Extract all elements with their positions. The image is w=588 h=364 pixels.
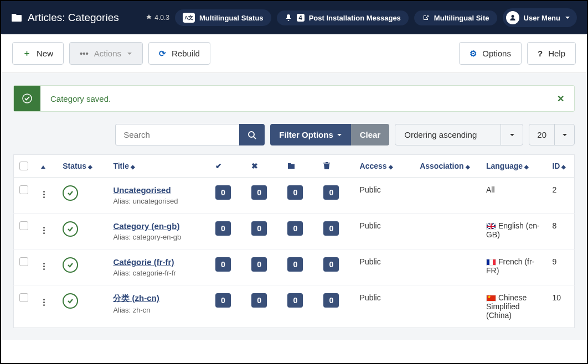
status-published-icon[interactable] bbox=[63, 221, 78, 237]
chevron-down-icon bbox=[554, 124, 574, 145]
check-icon[interactable]: ✔ bbox=[215, 162, 222, 170]
association-value bbox=[414, 285, 481, 328]
user-menu[interactable]: User Menu bbox=[503, 8, 577, 27]
category-title-link[interactable]: Category (en-gb) bbox=[113, 221, 179, 231]
col-access[interactable]: Access◆ bbox=[354, 155, 415, 178]
row-checkbox[interactable] bbox=[19, 257, 28, 266]
trashed-count[interactable]: 0 bbox=[323, 185, 339, 200]
page-title-wrap: Articles: Categories bbox=[11, 12, 146, 24]
notifications-chip[interactable]: 4 Post Installation Messages bbox=[277, 11, 409, 25]
success-alert: Category saved. ✕ bbox=[13, 85, 575, 112]
flag-icon bbox=[486, 295, 496, 301]
options-button[interactable]: ⚙ Options bbox=[459, 42, 522, 65]
drag-handle[interactable] bbox=[41, 297, 47, 308]
unpublished-count[interactable]: 0 bbox=[251, 221, 267, 236]
language-value: Chinese Simplified (China) bbox=[481, 285, 546, 328]
alert-close-button[interactable]: ✕ bbox=[547, 93, 574, 104]
id-value: 9 bbox=[546, 249, 574, 285]
id-value: 2 bbox=[546, 178, 574, 214]
row-checkbox[interactable] bbox=[19, 221, 28, 230]
status-published-icon[interactable] bbox=[63, 257, 78, 273]
archived-count[interactable]: 0 bbox=[287, 185, 303, 200]
unpublished-count[interactable]: 0 bbox=[251, 185, 267, 200]
trash-icon[interactable] bbox=[323, 162, 348, 170]
unpublished-count[interactable]: 0 bbox=[251, 293, 267, 308]
published-count[interactable]: 0 bbox=[215, 257, 231, 272]
plus-icon: ＋ bbox=[23, 48, 31, 59]
col-status[interactable]: Status◆ bbox=[57, 155, 107, 178]
new-button[interactable]: ＋ New bbox=[12, 42, 64, 65]
archived-count[interactable]: 0 bbox=[287, 221, 303, 236]
published-count[interactable]: 0 bbox=[215, 185, 231, 200]
content-area: Category saved. ✕ Filter Options Clear O… bbox=[1, 73, 587, 340]
joomla-icon bbox=[146, 14, 152, 21]
category-title-link[interactable]: Catégorie (fr-fr) bbox=[113, 257, 174, 267]
language-value: English (en-GB) bbox=[481, 214, 546, 249]
table-row: Category (en-gb) Alias: category-en-gb 0… bbox=[14, 214, 575, 249]
avatar-icon bbox=[506, 11, 519, 24]
chevron-down-icon bbox=[501, 124, 523, 145]
multilingual-status-chip[interactable]: A文 Multilingual Status bbox=[175, 9, 271, 26]
refresh-icon: ⟳ bbox=[159, 49, 166, 59]
check-circle-icon bbox=[14, 86, 40, 111]
id-value: 10 bbox=[546, 285, 574, 328]
access-value: Public bbox=[354, 249, 415, 285]
drag-handle[interactable] bbox=[41, 225, 47, 236]
multilingual-site-chip[interactable]: Multilingual Site bbox=[414, 11, 497, 25]
rebuild-button[interactable]: ⟳ Rebuild bbox=[148, 42, 210, 65]
table-row: 分类 (zh-cn) Alias: zh-cn 0 0 0 0 Public C… bbox=[14, 285, 575, 328]
search-input[interactable] bbox=[115, 124, 239, 145]
chevron-down-icon bbox=[337, 132, 342, 138]
published-count[interactable]: 0 bbox=[215, 293, 231, 308]
language-value: All bbox=[481, 178, 546, 214]
filter-bar: Filter Options Clear Ordering ascending … bbox=[13, 124, 575, 145]
category-title-link[interactable]: 分类 (zh-cn) bbox=[113, 293, 159, 303]
unpublished-count[interactable]: 0 bbox=[251, 257, 267, 272]
trashed-count[interactable]: 0 bbox=[323, 293, 339, 308]
row-checkbox[interactable] bbox=[19, 293, 28, 302]
status-published-icon[interactable] bbox=[63, 293, 78, 309]
row-checkbox[interactable] bbox=[19, 185, 28, 194]
drag-handle[interactable] bbox=[41, 189, 47, 200]
table-row: Uncategorised Alias: uncategorised 0 0 0… bbox=[14, 178, 575, 214]
search-group bbox=[115, 124, 265, 145]
published-count[interactable]: 0 bbox=[215, 221, 231, 236]
x-icon[interactable]: ✖ bbox=[251, 162, 258, 170]
status-published-icon[interactable] bbox=[63, 185, 78, 201]
translate-icon: A文 bbox=[183, 13, 195, 23]
question-icon: ? bbox=[538, 49, 543, 58]
ordering-select[interactable]: Ordering ascending bbox=[395, 124, 523, 145]
drag-handle[interactable] bbox=[41, 261, 47, 272]
folder-icon bbox=[11, 13, 22, 23]
limit-select[interactable]: 20 bbox=[529, 124, 575, 145]
category-title-link[interactable]: Uncategorised bbox=[113, 185, 171, 195]
top-header: Articles: Categories 4.0.3 A文 Multilingu… bbox=[1, 1, 587, 34]
archive-icon[interactable] bbox=[287, 163, 312, 169]
col-title[interactable]: Title◆ bbox=[107, 155, 210, 178]
search-icon bbox=[247, 131, 256, 139]
col-language[interactable]: Language◆ bbox=[481, 155, 546, 178]
external-link-icon bbox=[422, 14, 430, 22]
actions-button[interactable]: ••• Actions bbox=[69, 42, 143, 65]
trashed-count[interactable]: 0 bbox=[323, 257, 339, 272]
alert-message: Category saved. bbox=[50, 94, 547, 103]
category-alias: Alias: uncategorised bbox=[113, 197, 204, 205]
notification-count: 4 bbox=[297, 14, 305, 22]
select-all-checkbox[interactable] bbox=[19, 162, 28, 170]
trashed-count[interactable]: 0 bbox=[323, 221, 339, 236]
toolbar: ＋ New ••• Actions ⟳ Rebuild ⚙ Options ? … bbox=[1, 34, 587, 73]
search-button[interactable] bbox=[239, 124, 265, 145]
language-value: French (fr-FR) bbox=[481, 249, 546, 285]
filter-options-button[interactable]: Filter Options bbox=[270, 124, 351, 145]
col-association[interactable]: Association◆ bbox=[414, 155, 481, 178]
archived-count[interactable]: 0 bbox=[287, 293, 303, 308]
header-actions: 4.0.3 A文 Multilingual Status 4 Post Inst… bbox=[146, 8, 577, 27]
archived-count[interactable]: 0 bbox=[287, 257, 303, 272]
sort-ordering-icon[interactable] bbox=[41, 165, 45, 169]
help-button[interactable]: ? Help bbox=[527, 42, 576, 65]
chevron-down-icon bbox=[565, 15, 570, 20]
gear-icon: ⚙ bbox=[470, 49, 477, 59]
col-id[interactable]: ID◆ bbox=[546, 155, 574, 178]
category-alias: Alias: category-en-gb bbox=[113, 233, 204, 241]
clear-button[interactable]: Clear bbox=[351, 124, 390, 145]
